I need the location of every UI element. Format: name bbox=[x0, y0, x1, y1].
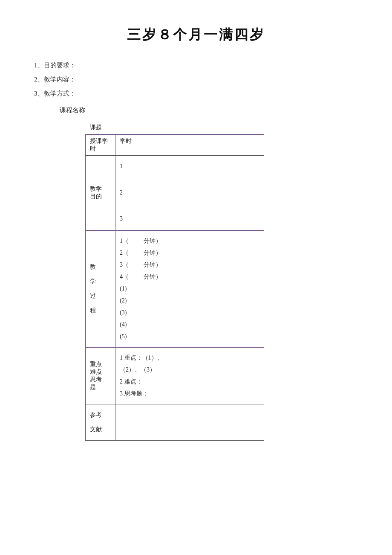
course-name-label: 课程名称 bbox=[60, 106, 358, 114]
topic-value bbox=[115, 121, 264, 134]
references-label: 参考文献 bbox=[86, 404, 115, 440]
key-points-label: 重点难点思考题 bbox=[86, 347, 115, 404]
header-row: 授课学时 学时 bbox=[86, 134, 264, 156]
teaching-process-label: 教学过程 bbox=[86, 230, 115, 347]
teaching-process-content: 1（ 分钟） 2（ 分钟） 3（ 分钟） 4（ 分钟） (1) (2) (3) … bbox=[115, 230, 264, 347]
teaching-goal-content: 123 bbox=[115, 156, 264, 230]
references-row: 参考文献 bbox=[86, 404, 264, 440]
topic-label: 课题 bbox=[86, 121, 115, 134]
key-points-row: 重点难点思考题 1 重点：（1）、 （2）、（3） 2 难点： 3 思考题： bbox=[86, 347, 264, 404]
header-col1: 授课学时 bbox=[86, 134, 115, 156]
topic-row: 课题 bbox=[86, 121, 264, 134]
key-points-content: 1 重点：（1）、 （2）、（3） 2 难点： 3 思考题： bbox=[115, 347, 264, 404]
references-content bbox=[115, 404, 264, 440]
teaching-goal-label: 教学目的 bbox=[86, 156, 115, 230]
section-2: 2、教学内容： bbox=[34, 76, 358, 84]
page-title: 三岁８个月一满四岁 bbox=[34, 26, 358, 44]
section-3: 3、教学方式： bbox=[34, 90, 358, 98]
teaching-process-row: 教学过程 1（ 分钟） 2（ 分钟） 3（ 分钟） 4（ 分钟） (1) (2)… bbox=[86, 230, 264, 347]
header-col2: 学时 bbox=[115, 134, 264, 156]
section-1: 1、目的要求： bbox=[34, 61, 358, 70]
teaching-goal-row: 教学目的 123 bbox=[86, 156, 264, 230]
